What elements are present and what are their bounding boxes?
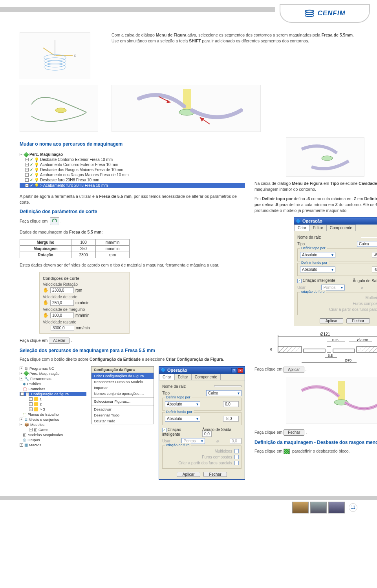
svg-text:Ø20H8: Ø20H8 (357, 338, 368, 342)
tree-item[interactable]: ◆Padrões (20, 382, 86, 386)
tree-item[interactable]: +🟨1 (20, 397, 86, 401)
tree-item[interactable]: +🔧Ferramentas (20, 376, 86, 381)
angulo-input[interactable]: 0,0 (202, 431, 212, 437)
tool-params-icon[interactable] (50, 217, 59, 225)
figure-result-toolpath (286, 377, 377, 424)
tree-item[interactable]: +✓💡Acabamento dos Rasgos Maiores Fresa d… (20, 173, 245, 177)
page-body: x Com a caixa de diálogo Menu de Figura … (0, 24, 377, 492)
tree-item[interactable]: −📦Modelos (20, 422, 86, 427)
hand-icon: ✋ (43, 312, 49, 318)
tree-collapse-icon[interactable]: − (20, 153, 23, 156)
click-tool-icon: Faça clique em . (20, 217, 245, 225)
close-button[interactable]: × (238, 368, 243, 373)
tree-item[interactable]: ⬚Planos de trabalho (20, 412, 86, 416)
tipo-select[interactable]: Caixa▾ (357, 241, 377, 247)
tree-item-selected[interactable]: −📋Configuração da figura (20, 392, 86, 396)
svg-rect-54 (338, 381, 345, 402)
panel-title: Condições de corte (43, 276, 126, 281)
table-row: Mergulho100mm/min (20, 239, 130, 246)
help-button[interactable]: ? (231, 368, 237, 373)
nome-input[interactable] (361, 237, 377, 238)
paragraph-sel-percursos: Faça clique com o botão direito sobre Co… (20, 356, 245, 362)
dialog-tabs: Criar Editar Componente (159, 374, 245, 380)
fundo-mode-select[interactable]: Absoluto▾ (165, 416, 200, 422)
nome-input[interactable] (214, 385, 242, 387)
paragraph-definir-topo: Em Definir topo por defina -6 como cota … (254, 196, 377, 213)
tree-item[interactable]: ◯Fronteiras (20, 387, 86, 391)
fechar-button[interactable]: Fechar (346, 318, 370, 323)
tree-item[interactable]: +✓💡Desbaste dos Rasgos Maiores Fresa de … (20, 168, 245, 172)
topo-mode-select[interactable]: Absoluto▾ (300, 252, 335, 258)
dialog-titlebar: 🔷Operação ?× (159, 367, 245, 374)
tree-root-label: Perc. Maquinação (29, 152, 63, 157)
rapid-input[interactable]: 3000,0 (51, 325, 74, 331)
page-header: CENFIM (0, 7, 377, 24)
thumb-1 (292, 502, 309, 513)
tree-item-selected[interactable]: −✓💡> Acabamento furo 20H8 Fresa 10 mm (20, 183, 245, 188)
page-number: 11 (349, 503, 357, 512)
svg-text:6.5: 6.5 (328, 354, 333, 358)
tree-item[interactable]: +Perc. Maquinação (20, 371, 86, 376)
tab-componente[interactable]: Componente (326, 225, 356, 231)
menu-item[interactable]: Seleccionar Figuras… (92, 398, 154, 404)
criacao-int-checkbox[interactable]: ✓ (297, 279, 302, 283)
svg-point-2 (305, 15, 314, 17)
aplicar-button[interactable]: Aplicar (320, 318, 343, 323)
heading-mudar-nome: Mudar o nome aos percursos de maquinagem (20, 141, 245, 147)
aceitar-button[interactable]: Aceitar (49, 338, 70, 344)
tab-editar[interactable]: Editar (174, 374, 192, 380)
tree-item[interactable]: +🟨> 3 (20, 407, 86, 411)
tree-item[interactable]: +≣Níveis e conjuntos (20, 417, 86, 422)
click-fechar: Faça clique em Fechar . (254, 429, 377, 436)
fechar-button[interactable]: Fechar (284, 429, 304, 436)
tree-item[interactable]: +✓💡Desbaste Contorno Exterior Fresa 10 m… (20, 157, 245, 162)
topo-value-input[interactable]: -6,0 (372, 252, 377, 258)
heading-def-maq: Definição da maquinagem - Desbaste dos r… (254, 440, 377, 445)
menu-item[interactable]: Ocultar Tudo (92, 418, 154, 424)
menu-item[interactable]: Desenhar Tudo (92, 412, 154, 418)
plunge-input[interactable]: 100,0 (50, 312, 74, 318)
tree-item[interactable]: +✓💡Acabamento Contorno Exterior Fresa 10… (20, 163, 245, 167)
fundo-value-input[interactable]: -8,0 (372, 267, 377, 272)
criacao-int-checkbox[interactable]: ✓ (162, 428, 167, 432)
topo-mode-select[interactable]: Absoluto▾ (165, 401, 200, 407)
aplicar-button[interactable]: Aplicar (177, 472, 200, 477)
click-aceitar: Faça clique em Aceitar . (20, 338, 245, 344)
furos-checkbox (234, 455, 239, 459)
dialog-titlebar: 🔷Operação ?× (294, 217, 377, 225)
tree-item[interactable]: +▦Macros (20, 443, 86, 447)
roughing-icon[interactable] (284, 449, 290, 454)
tree-item[interactable]: ◎Grupos (20, 438, 86, 442)
tab-criar[interactable]: Criar (294, 225, 310, 231)
menu-item[interactable]: Reconhecer Furos no Modelo (92, 379, 154, 385)
svg-rect-30 (278, 347, 302, 352)
feed-input[interactable]: 250,0 (50, 300, 74, 306)
paragraph-cavidade: Na caixa de diálogo Menu de Figura em Ti… (254, 181, 377, 192)
tree-item[interactable]: +✓💡Desbaste furo 20H8 Fresa 10 mm (20, 178, 245, 182)
tree-item[interactable]: +◧Came (20, 427, 86, 432)
figure-spiral-model: x (20, 32, 90, 79)
aplicar-button[interactable]: Aplicar (284, 367, 304, 373)
rpm-input[interactable]: 2300,0 (50, 287, 74, 293)
intro-paragraph: Com a caixa de diálogo Menu de Figura at… (112, 32, 357, 44)
tab-editar[interactable]: Editar (309, 225, 327, 231)
tab-criar[interactable]: Criar (159, 374, 175, 380)
app-icon: 🔷 (296, 219, 301, 224)
figure-contour-selection-b (112, 85, 261, 132)
menu-item-selected[interactable]: Criar Configurações da Figura (92, 373, 154, 379)
tree-item[interactable]: +🟨2 (20, 402, 86, 406)
menu-item[interactable]: Desactivar (92, 406, 154, 412)
tree-item[interactable]: ◧Modelos Maquinados (20, 433, 86, 437)
parciais-checkbox (234, 461, 239, 465)
menu-item[interactable]: Nomes conjunto operações … (92, 391, 154, 396)
fundo-mode-select[interactable]: Absoluto▾ (300, 267, 335, 272)
tipo-select[interactable]: Caixa▾ (206, 390, 242, 396)
menu-item[interactable]: Importar (92, 385, 154, 391)
tree-item[interactable]: +🗎Programas NC (20, 366, 86, 371)
tab-componente[interactable]: Componente (191, 374, 221, 380)
app-icon: 🔷 (161, 367, 166, 373)
fechar-button[interactable]: Fechar (203, 472, 227, 477)
fundo-value-input[interactable]: -8,0 (223, 416, 239, 422)
machining-tree: − Perc. Maquinação +✓💡Desbaste Contorno … (20, 150, 245, 190)
topo-value-input[interactable]: 0,0 (223, 401, 239, 407)
